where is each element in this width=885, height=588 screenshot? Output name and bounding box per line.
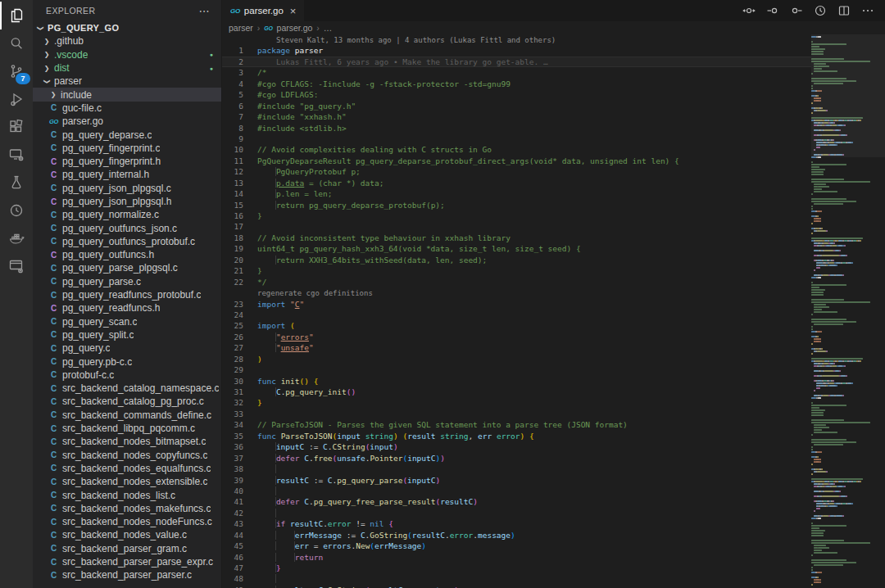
code-line: 8#include <stdlib.h> (222, 123, 885, 133)
file-history-icon[interactable] (814, 4, 827, 17)
tree-item-PG_QUERY_GO[interactable]: ❯PG_QUERY_GO (33, 21, 221, 34)
tree-item-parser[interactable]: ❯parser (33, 75, 221, 88)
sidebar-header: EXPLORER ⋯ (33, 0, 221, 21)
tree-item-pg_query_scan.c[interactable]: Cpg_query_scan.c (33, 315, 221, 328)
code-line: 46 return (222, 552, 885, 563)
open-changes-icon[interactable] (742, 4, 756, 17)
line-number: 38 (222, 464, 243, 474)
tree-item-parser.go[interactable]: GOparser.go (33, 115, 221, 128)
code-link[interactable]: unsafe (281, 343, 309, 352)
activity-source-control[interactable]: 7 (0, 57, 33, 85)
minimap-line (811, 316, 885, 318)
tree-item-src_backend_commands_define.c[interactable]: Csrc_backend_commands_define.c (33, 409, 221, 422)
activity-explorer[interactable] (0, 2, 33, 29)
tree-item-pg_query_readfuncs_protobuf.c[interactable]: Cpg_query_readfuncs_protobuf.c (33, 288, 221, 301)
tree-item-src_backend_nodes_copyfuncs.c[interactable]: Csrc_backend_nodes_copyfuncs.c (33, 449, 221, 462)
files-icon (7, 7, 25, 25)
tree-item-.vscode[interactable]: ❯.vscode● (33, 48, 221, 61)
line-number: 28 (222, 354, 243, 364)
tree-item-pg_query_internal.h[interactable]: Cpg_query_internal.h (33, 168, 221, 181)
tree-item-src_backend_parser_parser.c[interactable]: Csrc_backend_parser_parser.c (33, 568, 221, 581)
tree-item-src_backend_nodes_equalfuncs.c[interactable]: Csrc_backend_nodes_equalfuncs.c (33, 462, 221, 475)
tree-item-pg_query_readfuncs.h[interactable]: Cpg_query_readfuncs.h (33, 301, 221, 314)
more-actions-icon[interactable] (861, 4, 874, 17)
minimap-line (811, 491, 885, 492)
tree-item-src_backend_catalog_namespace.c[interactable]: Csrc_backend_catalog_namespace.c (33, 382, 221, 395)
activity-workspace-tools[interactable] (0, 252, 33, 280)
tree-item-include[interactable]: ❯include (33, 88, 221, 101)
tree-item-src_backend_nodes_nodeFuncs.c[interactable]: Csrc_backend_nodes_nodeFuncs.c (33, 515, 221, 528)
minimap[interactable] (811, 34, 885, 588)
split-editor-icon[interactable] (837, 4, 851, 17)
tree-item-src_backend_nodes_extensible.c[interactable]: Csrc_backend_nodes_extensible.c (33, 475, 221, 488)
code-editor[interactable]: Steven Kalt, 13 months ago | 4 authors (… (222, 34, 885, 588)
tree-item-src_backend_parser_parse_expr.c[interactable]: Csrc_backend_parser_parse_expr.c (33, 555, 221, 568)
minimap-line (811, 564, 885, 566)
tree-item-src_backend_nodes_bitmapset.c[interactable]: Csrc_backend_nodes_bitmapset.c (33, 435, 221, 448)
tree-item-src_backend_catalog_pg_proc.c[interactable]: Csrc_backend_catalog_pg_proc.c (33, 395, 221, 408)
tree-item-label: src_backend_catalog_pg_proc.c (62, 396, 204, 407)
indent-guide (257, 509, 276, 518)
activity-remote-explorer[interactable] (0, 141, 33, 169)
line-number: 31 (222, 387, 243, 397)
tree-item-guc-file.c[interactable]: Cguc-file.c (33, 102, 221, 115)
tree-item-pg_query_parse.c[interactable]: Cpg_query_parse.c (33, 275, 221, 288)
tree-item-pg_query_outfuncs_json.c[interactable]: Cpg_query_outfuncs_json.c (33, 221, 221, 234)
tree-item-pg_query.c[interactable]: Cpg_query.c (33, 341, 221, 355)
tree-item-src_backend_libpq_pqcomm.c[interactable]: Csrc_backend_libpq_pqcomm.c (33, 422, 221, 435)
activity-testing[interactable] (0, 169, 33, 197)
tree-item-pg_query_parse_plpgsql.c[interactable]: Cpg_query_parse_plpgsql.c (33, 261, 221, 274)
tree-item-label: pg_query_scan.c (62, 316, 137, 328)
tree-item-src_backend_nodes_list.c[interactable]: Csrc_backend_nodes_list.c (33, 488, 221, 501)
activity-run-debug[interactable] (0, 85, 33, 113)
tree-item-pg_query_fingerprint.c[interactable]: Cpg_query_fingerprint.c (33, 142, 221, 155)
tree-item-label: pg_query_outfuncs_protobuf.c (62, 236, 195, 247)
minimap-line (811, 272, 885, 274)
tree-item-src_backend_nodes_value.c[interactable]: Csrc_backend_nodes_value.c (33, 528, 221, 541)
code-line: 40 (222, 486, 885, 496)
minimap-slider[interactable] (811, 34, 885, 157)
tree-item-pg_query_deparse.c[interactable]: Cpg_query_deparse.c (33, 128, 221, 141)
code-link[interactable]: p.data (276, 179, 304, 188)
tree-item-src_backend_parser_gram.c[interactable]: Csrc_backend_parser_gram.c (33, 542, 221, 555)
views-more-actions-icon[interactable]: ⋯ (199, 5, 210, 17)
breadcrumb-file[interactable]: parser.go (277, 23, 313, 33)
c-source-file-icon: C (48, 518, 59, 527)
indent-guide (276, 553, 295, 562)
minimap-line (811, 341, 885, 342)
minimap-line (811, 304, 885, 305)
minimap-line (811, 171, 885, 173)
tree-item-pg_query_outfuncs_protobuf.c[interactable]: Cpg_query_outfuncs_protobuf.c (33, 235, 221, 248)
tree-item-dist[interactable]: ❯dist● (33, 61, 221, 75)
indent-guide (257, 531, 276, 540)
tree-item-pg_query_normalize.c[interactable]: Cpg_query_normalize.c (33, 208, 221, 221)
line-number: 19 (222, 243, 243, 254)
minimap-line (811, 186, 885, 188)
line-number: 26 (222, 332, 243, 342)
tree-item-pg_query_json_plpgsql.c[interactable]: Cpg_query_json_plpgsql.c (33, 182, 221, 195)
tab-parser-go[interactable]: GO parser.go × (222, 0, 304, 21)
code-link[interactable]: errors (281, 332, 309, 341)
activity-search[interactable] (0, 29, 33, 57)
indent-guide (257, 167, 276, 176)
tree-item-pg_query_outfuncs.h[interactable]: Cpg_query_outfuncs.h (33, 248, 221, 261)
breadcrumb-symbol[interactable]: … (324, 23, 333, 33)
tree-item-pg_query.pb-c.c[interactable]: Cpg_query.pb-c.c (33, 355, 221, 368)
breadcrumb-folder[interactable]: parser (229, 23, 253, 33)
c-source-file-icon: C (48, 544, 59, 553)
close-tab-icon[interactable]: × (290, 6, 297, 16)
minimap-line (811, 169, 885, 170)
tree-item-pg_query_fingerprint.h[interactable]: Cpg_query_fingerprint.h (33, 155, 221, 168)
next-change-icon[interactable] (790, 4, 803, 17)
tree-item-.github[interactable]: ❯.github (33, 34, 221, 47)
activity-extensions[interactable] (0, 113, 33, 141)
tree-item-src_backend_nodes_makefuncs.c[interactable]: Csrc_backend_nodes_makefuncs.c (33, 502, 221, 515)
c-source-file-icon: C (48, 237, 59, 246)
minimap-line (811, 505, 885, 507)
tree-item-pg_query_split.c[interactable]: Cpg_query_split.c (33, 328, 221, 341)
tree-item-protobuf-c.c[interactable]: Cprotobuf-c.c (33, 369, 221, 382)
previous-change-icon[interactable] (766, 4, 779, 17)
activity-gitlens[interactable] (0, 197, 33, 224)
activity-docker[interactable] (0, 224, 33, 252)
tree-item-pg_query_json_plpgsql.h[interactable]: Cpg_query_json_plpgsql.h (33, 195, 221, 208)
